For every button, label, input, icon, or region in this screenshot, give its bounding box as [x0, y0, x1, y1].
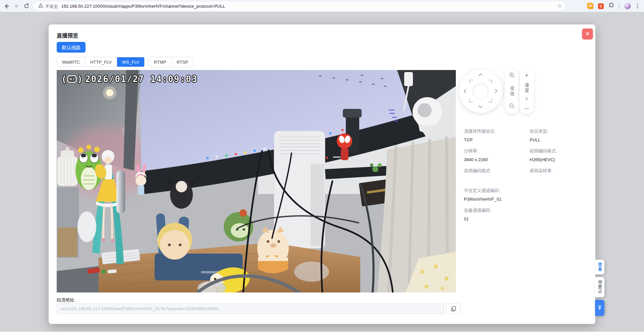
toolbar-separator	[619, 3, 620, 9]
security-label: 不安全	[45, 3, 58, 9]
arrow-to-top-icon	[597, 305, 602, 311]
speed-label: 速度	[524, 83, 530, 93]
address-bar[interactable]: 不安全 192.168.50.227:10000/cloud/#/apps/P3…	[34, 2, 565, 11]
forward-button[interactable]	[13, 2, 20, 10]
reload-button[interactable]	[23, 2, 30, 10]
camera-video-still	[57, 70, 456, 292]
video-osd-overlay: (mi) 2026/01/27 14:09:03	[61, 74, 198, 84]
tab-ws-flv[interactable]: WS_FLV	[117, 57, 144, 67]
field-value	[464, 177, 530, 183]
field-label: 设备通道编码:	[464, 207, 587, 213]
stream-url-row	[57, 304, 461, 314]
ptz-down-right[interactable]	[488, 99, 492, 103]
speed-value: 5	[526, 96, 528, 101]
back-button[interactable]	[3, 2, 10, 10]
extensions-puzzle-icon[interactable]	[608, 3, 614, 10]
stream-url-input[interactable]	[57, 304, 444, 314]
field-value: TCP	[464, 137, 530, 143]
zoom-out-icon[interactable]	[509, 103, 515, 111]
field-value: H265(HEVC)	[530, 157, 587, 163]
dimmed-page-backdrop: 直播预览 ✕ 默认线路 WebRTC HTTP_FLV WS_FLV RTMP …	[0, 12, 644, 332]
browser-toolbar: 不安全 192.168.50.227:10000/cloud/#/apps/P3…	[0, 0, 644, 12]
field-value: PULL	[530, 137, 587, 143]
tab-http-flv[interactable]: HTTP_FLV	[85, 57, 117, 67]
stream-url-label: 码流地址:	[57, 296, 75, 303]
video-player[interactable]: (mi) 2026/01/27 14:09:03	[57, 70, 456, 292]
protocol-tabs: WebRTC HTTP_FLV WS_FLV RTMP RTSP	[57, 57, 194, 67]
copy-button[interactable]	[446, 304, 461, 314]
side-tab-presets[interactable]: 预置点	[595, 277, 604, 297]
field-value: P39IsnVIreHVF_01	[464, 197, 587, 202]
bookmark-star-icon[interactable]: ☆	[557, 3, 562, 9]
ptz-up-right[interactable]	[488, 80, 492, 83]
profile-avatar[interactable]	[624, 3, 631, 9]
field-value: 3840 x 2160	[464, 157, 530, 163]
field-label: 分辨率:	[464, 147, 530, 154]
notes-extension-icon[interactable]	[588, 3, 593, 9]
field-label: 音频采样率:	[530, 167, 587, 174]
browser-menu-button[interactable]	[636, 3, 639, 9]
tab-webrtc[interactable]: WebRTC	[57, 57, 85, 67]
ptz-up-arrow[interactable]	[478, 73, 483, 78]
ptz-left-arrow[interactable]	[464, 89, 468, 93]
camera-brand-logo: (mi)	[61, 74, 83, 84]
default-line-button[interactable]: 默认线路	[57, 42, 86, 53]
ptz-up-left[interactable]	[469, 80, 473, 83]
field-value	[530, 177, 587, 183]
spiderman-figure	[337, 133, 352, 149]
ptz-down-left[interactable]	[469, 99, 473, 103]
field-value: 01	[464, 216, 587, 222]
field-label: 流媒体传输协议:	[464, 128, 530, 134]
close-button[interactable]: ✕	[582, 28, 593, 40]
ptz-down-arrow[interactable]	[478, 104, 483, 108]
tab-rtsp[interactable]: RTSP	[171, 57, 193, 67]
zoom-control: 变倍	[505, 69, 519, 114]
side-tab-info[interactable]: 信息	[595, 260, 604, 274]
field-label: 平台定义通道编码:	[464, 187, 587, 193]
ptz-center-knob[interactable]	[473, 83, 488, 99]
zoom-label: 变倍	[509, 86, 515, 97]
extensions-area: {}	[588, 0, 644, 12]
side-tab-scroll-top[interactable]	[595, 300, 604, 316]
ptz-right-arrow[interactable]	[493, 89, 497, 93]
copy-icon	[451, 306, 456, 312]
url-text: 192.168.50.227:10000/cloud/#/apps/P39Isn…	[61, 4, 557, 9]
not-secure-icon	[38, 3, 43, 9]
json-extension-icon[interactable]: {}	[598, 3, 604, 9]
zoom-in-icon[interactable]	[509, 72, 515, 80]
field-label: 协议类型:	[530, 128, 587, 134]
modal-title: 直播预览	[57, 31, 78, 39]
speed-minus-button[interactable]: —	[524, 106, 529, 111]
ptz-pad[interactable]	[459, 69, 502, 113]
field-label: 视频编码格式:	[530, 147, 587, 154]
speed-plus-button[interactable]: +	[525, 72, 528, 78]
speed-control: + 速度 5 —	[520, 69, 534, 114]
field-label: 音频编码格式:	[464, 167, 530, 174]
live-preview-modal: 直播预览 ✕ 默认线路 WebRTC HTTP_FLV WS_FLV RTMP …	[49, 24, 595, 324]
tab-rtmp[interactable]: RTMP	[149, 57, 171, 67]
stream-info-panel: 流媒体传输协议:TCP 协议类型:PULL 分辨率:3840 x 2160 视频…	[464, 128, 591, 226]
video-timestamp: 2026/01/27 14:09:03	[85, 74, 198, 84]
